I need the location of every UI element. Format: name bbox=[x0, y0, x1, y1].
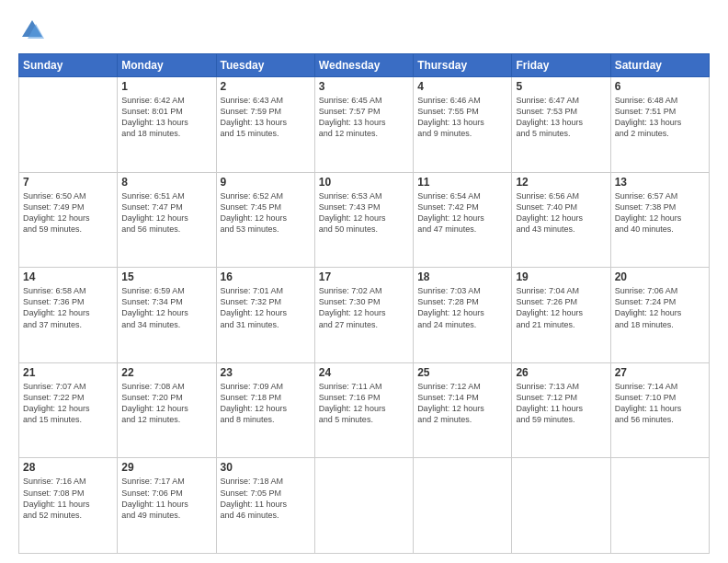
day-number: 26 bbox=[516, 366, 606, 379]
day-number: 1 bbox=[121, 80, 211, 93]
day-info: Sunrise: 6:46 AM Sunset: 7:55 PM Dayligh… bbox=[417, 95, 507, 140]
calendar-cell: 25Sunrise: 7:12 AM Sunset: 7:14 PM Dayli… bbox=[414, 362, 512, 458]
calendar-cell: 5Sunrise: 6:47 AM Sunset: 7:53 PM Daylig… bbox=[512, 77, 610, 173]
day-info: Sunrise: 7:07 AM Sunset: 7:22 PM Dayligh… bbox=[23, 381, 113, 426]
calendar-cell bbox=[610, 458, 709, 554]
calendar-cell: 16Sunrise: 7:01 AM Sunset: 7:32 PM Dayli… bbox=[216, 268, 314, 363]
day-info: Sunrise: 7:13 AM Sunset: 7:12 PM Dayligh… bbox=[516, 381, 606, 426]
day-number: 28 bbox=[23, 461, 113, 474]
day-number: 10 bbox=[319, 176, 409, 189]
day-info: Sunrise: 6:58 AM Sunset: 7:36 PM Dayligh… bbox=[23, 285, 113, 330]
calendar-header-wednesday: Wednesday bbox=[314, 54, 413, 77]
day-info: Sunrise: 6:43 AM Sunset: 7:59 PM Dayligh… bbox=[221, 95, 311, 140]
calendar-cell: 12Sunrise: 6:56 AM Sunset: 7:40 PM Dayli… bbox=[512, 172, 610, 268]
calendar-cell: 23Sunrise: 7:09 AM Sunset: 7:18 PM Dayli… bbox=[216, 362, 314, 458]
calendar-cell: 27Sunrise: 7:14 AM Sunset: 7:10 PM Dayli… bbox=[610, 362, 709, 458]
day-number: 8 bbox=[121, 176, 211, 189]
calendar-header-sunday: Sunday bbox=[19, 54, 118, 77]
day-info: Sunrise: 7:04 AM Sunset: 7:26 PM Dayligh… bbox=[516, 285, 606, 330]
day-info: Sunrise: 6:56 AM Sunset: 7:40 PM Dayligh… bbox=[516, 190, 606, 236]
day-info: Sunrise: 7:16 AM Sunset: 7:08 PM Dayligh… bbox=[23, 476, 113, 521]
day-number: 9 bbox=[221, 176, 311, 189]
day-number: 19 bbox=[516, 270, 606, 283]
calendar-cell bbox=[19, 77, 118, 173]
calendar-cell: 17Sunrise: 7:02 AM Sunset: 7:30 PM Dayli… bbox=[314, 268, 413, 363]
calendar-cell: 8Sunrise: 6:51 AM Sunset: 7:47 PM Daylig… bbox=[118, 172, 216, 268]
calendar-header-thursday: Thursday bbox=[414, 54, 512, 77]
day-info: Sunrise: 7:12 AM Sunset: 7:14 PM Dayligh… bbox=[417, 381, 507, 426]
page: SundayMondayTuesdayWednesdayThursdayFrid… bbox=[0, 0, 728, 563]
day-number: 29 bbox=[121, 461, 211, 474]
calendar-header-monday: Monday bbox=[118, 54, 216, 77]
day-number: 13 bbox=[615, 176, 705, 189]
day-info: Sunrise: 6:59 AM Sunset: 7:34 PM Dayligh… bbox=[121, 285, 211, 330]
day-number: 11 bbox=[417, 176, 507, 189]
day-info: Sunrise: 7:06 AM Sunset: 7:24 PM Dayligh… bbox=[615, 285, 705, 330]
day-info: Sunrise: 7:08 AM Sunset: 7:20 PM Dayligh… bbox=[121, 381, 211, 426]
day-number: 2 bbox=[221, 80, 311, 93]
calendar-cell: 28Sunrise: 7:16 AM Sunset: 7:08 PM Dayli… bbox=[19, 458, 118, 554]
logo-icon bbox=[18, 17, 46, 44]
calendar-header-saturday: Saturday bbox=[610, 54, 709, 77]
day-info: Sunrise: 7:02 AM Sunset: 7:30 PM Dayligh… bbox=[319, 285, 409, 330]
day-number: 18 bbox=[417, 270, 507, 283]
logo bbox=[18, 17, 50, 44]
calendar-cell: 9Sunrise: 6:52 AM Sunset: 7:45 PM Daylig… bbox=[216, 172, 314, 268]
calendar-header-friday: Friday bbox=[512, 54, 610, 77]
calendar-cell: 30Sunrise: 7:18 AM Sunset: 7:05 PM Dayli… bbox=[216, 458, 314, 554]
day-info: Sunrise: 6:47 AM Sunset: 7:53 PM Dayligh… bbox=[516, 95, 606, 140]
calendar-week-row: 7Sunrise: 6:50 AM Sunset: 7:49 PM Daylig… bbox=[19, 172, 710, 268]
calendar-cell: 15Sunrise: 6:59 AM Sunset: 7:34 PM Dayli… bbox=[118, 268, 216, 363]
day-number: 6 bbox=[615, 80, 705, 93]
calendar-header-row: SundayMondayTuesdayWednesdayThursdayFrid… bbox=[19, 54, 710, 77]
calendar-cell: 6Sunrise: 6:48 AM Sunset: 7:51 PM Daylig… bbox=[610, 77, 709, 173]
calendar-cell: 4Sunrise: 6:46 AM Sunset: 7:55 PM Daylig… bbox=[414, 77, 512, 173]
calendar-week-row: 14Sunrise: 6:58 AM Sunset: 7:36 PM Dayli… bbox=[19, 268, 710, 363]
calendar-cell: 19Sunrise: 7:04 AM Sunset: 7:26 PM Dayli… bbox=[512, 268, 610, 363]
calendar-table: SundayMondayTuesdayWednesdayThursdayFrid… bbox=[18, 53, 710, 554]
day-info: Sunrise: 7:17 AM Sunset: 7:06 PM Dayligh… bbox=[121, 476, 211, 521]
day-number: 17 bbox=[319, 270, 409, 283]
day-number: 24 bbox=[319, 366, 409, 379]
calendar-cell: 3Sunrise: 6:45 AM Sunset: 7:57 PM Daylig… bbox=[314, 77, 413, 173]
day-info: Sunrise: 6:52 AM Sunset: 7:45 PM Dayligh… bbox=[221, 190, 311, 236]
day-number: 27 bbox=[615, 366, 705, 379]
day-info: Sunrise: 7:14 AM Sunset: 7:10 PM Dayligh… bbox=[615, 381, 705, 426]
calendar-cell bbox=[512, 458, 610, 554]
calendar-week-row: 28Sunrise: 7:16 AM Sunset: 7:08 PM Dayli… bbox=[19, 458, 710, 554]
day-info: Sunrise: 7:03 AM Sunset: 7:28 PM Dayligh… bbox=[417, 285, 507, 330]
calendar-cell: 13Sunrise: 6:57 AM Sunset: 7:38 PM Dayli… bbox=[610, 172, 709, 268]
day-number: 23 bbox=[221, 366, 311, 379]
day-number: 30 bbox=[221, 461, 311, 474]
day-info: Sunrise: 7:11 AM Sunset: 7:16 PM Dayligh… bbox=[319, 381, 409, 426]
calendar-cell: 24Sunrise: 7:11 AM Sunset: 7:16 PM Dayli… bbox=[314, 362, 413, 458]
day-number: 3 bbox=[319, 80, 409, 93]
calendar-week-row: 1Sunrise: 6:42 AM Sunset: 8:01 PM Daylig… bbox=[19, 77, 710, 173]
calendar-cell: 22Sunrise: 7:08 AM Sunset: 7:20 PM Dayli… bbox=[118, 362, 216, 458]
calendar-cell: 21Sunrise: 7:07 AM Sunset: 7:22 PM Dayli… bbox=[19, 362, 118, 458]
calendar-cell: 2Sunrise: 6:43 AM Sunset: 7:59 PM Daylig… bbox=[216, 77, 314, 173]
day-info: Sunrise: 6:48 AM Sunset: 7:51 PM Dayligh… bbox=[615, 95, 705, 140]
day-info: Sunrise: 6:45 AM Sunset: 7:57 PM Dayligh… bbox=[319, 95, 409, 140]
day-number: 20 bbox=[615, 270, 705, 283]
day-number: 22 bbox=[121, 366, 211, 379]
day-number: 12 bbox=[516, 176, 606, 189]
day-number: 16 bbox=[221, 270, 311, 283]
day-info: Sunrise: 7:01 AM Sunset: 7:32 PM Dayligh… bbox=[221, 285, 311, 330]
day-info: Sunrise: 6:42 AM Sunset: 8:01 PM Dayligh… bbox=[121, 95, 211, 140]
calendar-cell: 7Sunrise: 6:50 AM Sunset: 7:49 PM Daylig… bbox=[19, 172, 118, 268]
header bbox=[18, 17, 710, 44]
calendar-cell: 29Sunrise: 7:17 AM Sunset: 7:06 PM Dayli… bbox=[118, 458, 216, 554]
day-info: Sunrise: 6:50 AM Sunset: 7:49 PM Dayligh… bbox=[23, 190, 113, 236]
day-number: 4 bbox=[417, 80, 507, 93]
calendar-cell: 18Sunrise: 7:03 AM Sunset: 7:28 PM Dayli… bbox=[414, 268, 512, 363]
day-info: Sunrise: 6:54 AM Sunset: 7:42 PM Dayligh… bbox=[417, 190, 507, 236]
calendar-week-row: 21Sunrise: 7:07 AM Sunset: 7:22 PM Dayli… bbox=[19, 362, 710, 458]
day-number: 15 bbox=[121, 270, 211, 283]
day-info: Sunrise: 7:09 AM Sunset: 7:18 PM Dayligh… bbox=[221, 381, 311, 426]
calendar-cell: 10Sunrise: 6:53 AM Sunset: 7:43 PM Dayli… bbox=[314, 172, 413, 268]
day-number: 7 bbox=[23, 176, 113, 189]
day-info: Sunrise: 6:53 AM Sunset: 7:43 PM Dayligh… bbox=[319, 190, 409, 236]
calendar-cell: 1Sunrise: 6:42 AM Sunset: 8:01 PM Daylig… bbox=[118, 77, 216, 173]
day-number: 25 bbox=[417, 366, 507, 379]
